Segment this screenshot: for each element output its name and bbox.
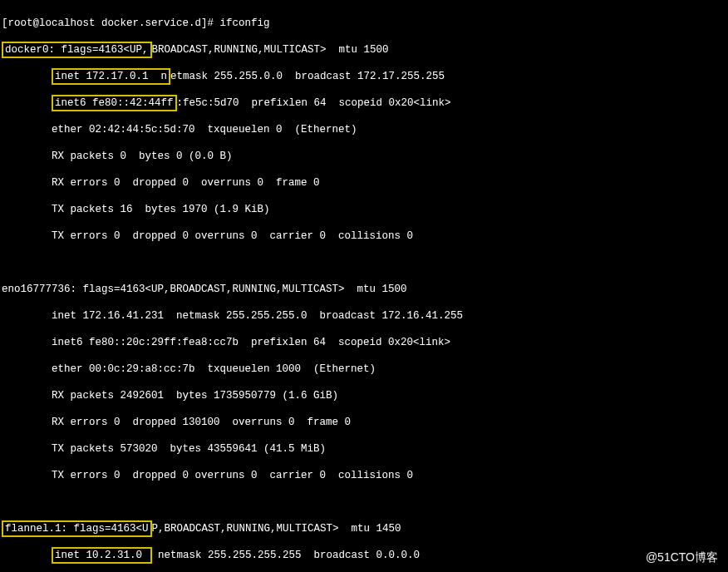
iface-docker0-txp: TX packets 16 bytes 1970 (1.9 KiB) xyxy=(2,203,726,216)
iface-eno-inet: inet 172.16.41.231 netmask 255.255.255.0… xyxy=(2,309,726,323)
iface-eno-txe: TX errors 0 dropped 0 overruns 0 carrier… xyxy=(2,469,726,482)
iface-docker0-ether: ether 02:42:44:5c:5d:70 txqueuelen 0 (Et… xyxy=(2,123,726,136)
iface-docker0-txe: TX errors 0 dropped 0 overruns 0 carrier… xyxy=(2,229,726,243)
highlight-flannel-inet: inet 10.2.31.0 xyxy=(52,547,152,564)
iface-eno-txp: TX packets 573020 bytes 43559641 (41.5 M… xyxy=(2,442,726,456)
iface-eno-ether: ether 00:0c:29:a8:cc:7b txqueuelen 1000 … xyxy=(2,362,726,376)
iface-docker0-inet6: inet6 fe80::42:44ff:fe5c:5d70 prefixlen … xyxy=(2,96,726,110)
terminal-output: [root@localhost docker.service.d]# ifcon… xyxy=(0,0,728,572)
iface-flannel-inet: inet 10.2.31.0 netmask 255.255.255.255 b… xyxy=(2,549,726,562)
highlight-flannel-header: flannel.1: flags=4163<U xyxy=(2,520,152,537)
command-prompt: [root@localhost docker.service.d]# ifcon… xyxy=(2,17,726,30)
highlight-docker0-inet6: inet6 fe80::42:44ff xyxy=(52,95,177,111)
iface-docker0-header: docker0: flags=4163<UP,BROADCAST,RUNNING… xyxy=(2,43,726,57)
iface-docker0-rxe: RX errors 0 dropped 0 overruns 0 frame 0 xyxy=(2,176,726,190)
highlight-docker0-inet: inet 172.17.0.1 n xyxy=(52,68,170,85)
highlight-docker0-header: docker0: flags=4163<UP, xyxy=(2,42,152,58)
iface-docker0-inet: inet 172.17.0.1 netmask 255.255.0.0 broa… xyxy=(2,70,726,83)
iface-eno-header: eno16777736: flags=4163<UP,BROADCAST,RUN… xyxy=(2,283,726,296)
iface-docker0-rxp: RX packets 0 bytes 0 (0.0 B) xyxy=(2,150,726,163)
iface-flannel-header: flannel.1: flags=4163<UP,BROADCAST,RUNNI… xyxy=(2,522,726,535)
watermark-label: @51CTO博客 xyxy=(646,550,718,564)
iface-eno-inet6: inet6 fe80::20c:29ff:fea8:cc7b prefixlen… xyxy=(2,336,726,349)
iface-eno-rxe: RX errors 0 dropped 130100 overruns 0 fr… xyxy=(2,416,726,429)
iface-eno-rxp: RX packets 2492601 bytes 1735950779 (1.6… xyxy=(2,389,726,402)
